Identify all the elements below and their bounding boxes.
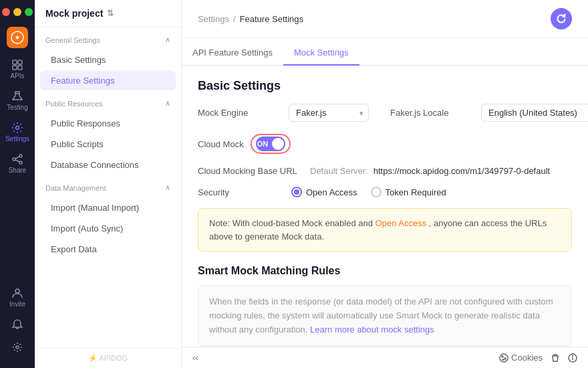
svg-point-20: [573, 355, 573, 356]
main-content: Basic Settings Mock Engine Faker.js Fake…: [182, 79, 588, 347]
sidebar-section-data-header: Data Management ∧: [45, 183, 170, 192]
svg-line-10: [15, 157, 19, 159]
sidebar-item-database-connections[interactable]: Database Connections: [40, 155, 176, 175]
info-icon: [568, 353, 577, 363]
sidebar-section-general-header: General Settings ∧: [45, 35, 170, 44]
breadcrumb: Settings / Feature Settings: [198, 14, 303, 24]
sidebar-item-public-responses[interactable]: Public Responses: [40, 114, 176, 133]
radio-token-required-circle: [371, 187, 382, 197]
cookies-icon: [499, 353, 508, 363]
info-button[interactable]: [568, 353, 577, 363]
sidebar-item-export-data[interactable]: Export Data: [40, 240, 176, 259]
bottom-right-actions: Cookies: [499, 353, 577, 363]
sidebar-section-data: Data Management ∧: [35, 175, 181, 197]
notification-bell-icon[interactable]: [7, 314, 28, 335]
sidebar-item-import-auto[interactable]: Import (Auto Sync): [40, 219, 176, 238]
radio-token-required-label: Token Required: [386, 187, 446, 197]
bottom-nav-left: ‹‹: [192, 353, 198, 363]
sidebar-item-invite[interactable]: Invite: [7, 283, 28, 312]
app-logo: [7, 27, 28, 48]
nav-back-button[interactable]: ‹‹: [192, 353, 198, 363]
url-prefix: Default Server:: [310, 166, 368, 176]
svg-point-7: [19, 155, 22, 157]
note-box: Note: With cloud-based Mock enabled and …: [198, 208, 572, 252]
sidebar: Mock project ⇅ General Settings ∧ Basic …: [35, 0, 182, 368]
svg-rect-2: [18, 60, 22, 64]
sidebar-section-public-header: Public Resources ∧: [45, 99, 170, 108]
mock-engine-select-wrapper: Faker.js: [289, 104, 369, 122]
radio-open-access-label: Open Access: [306, 187, 357, 197]
main-header: Settings / Feature Settings: [182, 0, 588, 38]
faker-locale-label: Faker.js Locale: [390, 108, 470, 118]
icon-bar: APIs Testing Settings Share: [0, 0, 35, 368]
mock-engine-row: Mock Engine Faker.js Faker.js Locale Eng…: [198, 104, 572, 122]
sidebar-section-general: General Settings ∧: [35, 27, 181, 50]
trash-icon: [551, 353, 560, 363]
note-open-access-link[interactable]: Open Access: [376, 218, 427, 228]
refresh-icon[interactable]: [551, 8, 572, 29]
svg-rect-4: [18, 66, 22, 70]
sidebar-item-basic-settings[interactable]: Basic Settings: [40, 50, 176, 70]
svg-point-12: [15, 289, 19, 293]
cloud-mock-toggle[interactable]: ON: [256, 136, 285, 151]
sidebar-item-apis[interactable]: APIs: [0, 54, 35, 85]
faker-locale-select-wrapper: English (United States): [481, 104, 588, 122]
bottom-bar: ‹‹ Cookies: [182, 347, 588, 368]
maximize-button[interactable]: [25, 8, 33, 16]
mock-engine-select[interactable]: Faker.js: [289, 104, 369, 122]
cloud-mock-label: Cloud Mock: [198, 139, 244, 149]
sidebar-item-settings[interactable]: Settings: [0, 116, 35, 148]
svg-point-6: [16, 126, 19, 130]
mock-engine-label: Mock Engine: [198, 108, 278, 118]
svg-point-15: [502, 356, 503, 357]
sidebar-section-public: Public Resources ∧: [35, 91, 181, 113]
svg-point-8: [13, 158, 15, 161]
svg-point-14: [500, 354, 508, 362]
main-panel: Settings / Feature Settings API Feature …: [182, 0, 588, 368]
smart-mock-title: Smart Mock Matching Rules: [198, 265, 572, 277]
cookies-button[interactable]: Cookies: [499, 353, 543, 363]
toggle-knob: [272, 138, 284, 150]
cloud-mocking-url-row: Cloud Mocking Base URL Default Server: h…: [198, 166, 572, 176]
sidebar-item-import-manual[interactable]: Import (Manual Import): [40, 198, 176, 217]
tab-api-feature[interactable]: API Feature Settings: [182, 41, 283, 66]
window-controls: [2, 5, 33, 19]
svg-point-13: [16, 346, 19, 349]
trash-button[interactable]: [551, 353, 560, 363]
radio-open-access[interactable]: Open Access: [291, 187, 357, 197]
minimize-button[interactable]: [13, 8, 21, 16]
cloud-mocking-url-label: Cloud Mocking Base URL: [198, 166, 305, 176]
cloud-mock-row: Cloud Mock ON: [198, 131, 572, 157]
security-row: Security Open Access Token Required: [198, 187, 572, 197]
smart-mock-description: When the fields in the response (or data…: [198, 285, 572, 347]
sidebar-item-share[interactable]: Share: [0, 148, 35, 179]
svg-point-17: [502, 359, 504, 360]
url-value: https://mock.apidog.com/m1/349797-0-defa…: [374, 166, 550, 176]
svg-rect-1: [13, 60, 17, 64]
note-prefix: Note: With cloud-based Mock enabled and: [209, 218, 373, 228]
tab-mock-settings[interactable]: Mock Settings: [283, 41, 359, 66]
settings-cog-icon[interactable]: [7, 337, 28, 357]
radio-open-access-circle: [291, 187, 302, 197]
sidebar-item-testing[interactable]: Testing: [0, 85, 35, 116]
tabs: API Feature Settings Mock Settings: [182, 38, 588, 66]
svg-point-16: [504, 358, 506, 359]
project-title[interactable]: Mock project ⇅: [35, 0, 181, 27]
svg-rect-3: [13, 66, 17, 70]
radio-token-required[interactable]: Token Required: [371, 187, 446, 197]
close-button[interactable]: [2, 8, 10, 16]
sidebar-item-feature-settings[interactable]: Feature Settings: [40, 71, 176, 90]
svg-point-9: [19, 161, 22, 164]
faker-locale-select[interactable]: English (United States): [481, 104, 588, 122]
svg-line-11: [15, 160, 19, 162]
learn-more-link[interactable]: Learn more about mock settings: [310, 325, 434, 335]
sidebar-item-public-scripts[interactable]: Public Scripts: [40, 134, 176, 154]
basic-settings-title: Basic Settings: [198, 79, 572, 93]
cloud-mock-toggle-wrapper: ON: [251, 134, 291, 154]
security-label: Security: [198, 187, 278, 197]
apidog-logo: ⚡ APIDOG: [35, 348, 181, 368]
